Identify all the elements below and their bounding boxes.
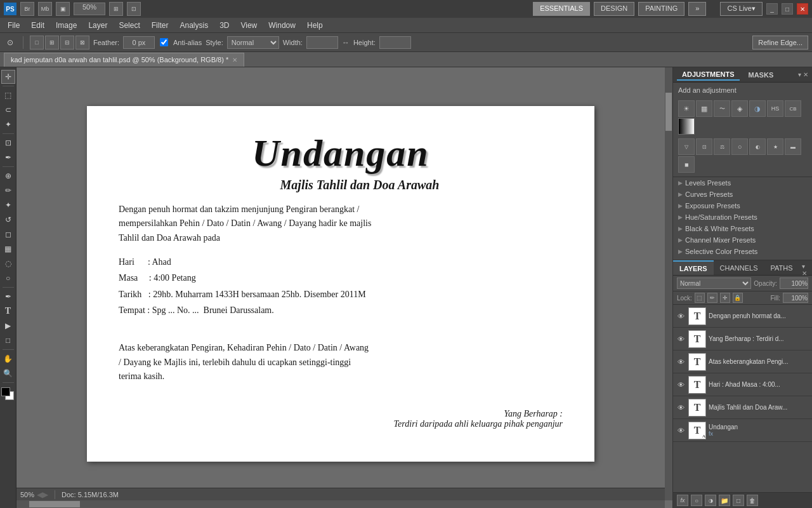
selcolor-icon[interactable]: ◼ bbox=[678, 156, 695, 173]
threshold-icon[interactable]: ★ bbox=[767, 138, 783, 155]
lock-position-btn[interactable]: ✛ bbox=[720, 293, 730, 303]
menu-analysis[interactable]: Analysis bbox=[174, 18, 213, 32]
path-sel-tool[interactable]: ▶ bbox=[1, 319, 15, 333]
preset-bw[interactable]: ▶ Black & White Presets bbox=[673, 223, 812, 234]
scroll-thumb-h[interactable] bbox=[29, 501, 80, 507]
history-brush[interactable]: ↺ bbox=[1, 213, 15, 227]
levels-icon[interactable]: ▦ bbox=[696, 100, 712, 117]
layer-item-0[interactable]: 👁 T Dengan penuh hormat da... bbox=[673, 305, 812, 328]
preset-levels[interactable]: ▶ Levels Presets bbox=[673, 177, 812, 189]
hue-sat-icon[interactable]: HS bbox=[767, 100, 783, 117]
blend-mode-select[interactable]: Normal Multiply Screen bbox=[677, 277, 751, 289]
doc-tab-item[interactable]: kad jemputan d0a arwah dan tahlil.psd @ … bbox=[4, 53, 244, 67]
lock-all-btn[interactable]: 🔒 bbox=[733, 293, 743, 303]
horizontal-scrollbar[interactable] bbox=[16, 500, 665, 508]
magic-wand-tool[interactable]: ✦ bbox=[1, 117, 15, 131]
style-select[interactable]: Normal Fixed Ratio Fixed Size bbox=[227, 36, 279, 49]
minimize-btn[interactable]: _ bbox=[766, 3, 778, 15]
layer-1-visibility[interactable]: 👁 bbox=[676, 334, 686, 344]
antialias-checkbox[interactable] bbox=[160, 38, 168, 46]
menu-layer[interactable]: Layer bbox=[83, 18, 112, 32]
preset-exposure[interactable]: ▶ Exposure Presets bbox=[673, 200, 812, 211]
gradientmap-icon[interactable]: ▬ bbox=[785, 138, 801, 155]
doc-tab-close-btn[interactable]: ✕ bbox=[232, 57, 237, 64]
menu-window[interactable]: Window bbox=[263, 18, 301, 32]
layer-5-visibility[interactable]: 👁 bbox=[676, 425, 686, 436]
lasso-tool[interactable]: ⊂ bbox=[1, 103, 15, 117]
curves-icon[interactable]: 〜 bbox=[714, 100, 730, 117]
layer-item-5[interactable]: 👁 T A Undangan fx bbox=[673, 419, 812, 442]
fg-color-swatch[interactable] bbox=[1, 387, 10, 396]
move-tool[interactable]: ✛ bbox=[1, 70, 15, 84]
layer-item-2[interactable]: 👁 T Atas keberangkatan Pengi... bbox=[673, 351, 812, 373]
menu-help[interactable]: Help bbox=[302, 18, 328, 32]
colorbalance-icon[interactable]: CB bbox=[785, 100, 801, 117]
int-sel-btn[interactable]: ⊠ bbox=[75, 36, 89, 50]
dodge-tool[interactable]: ○ bbox=[1, 271, 15, 285]
maximize-btn[interactable]: □ bbox=[782, 3, 793, 15]
pen-tool[interactable]: ✒ bbox=[1, 290, 15, 304]
channelmixer-icon[interactable]: ⊡ bbox=[696, 138, 712, 155]
bw-icon[interactable]: . bbox=[678, 118, 695, 135]
fill-input[interactable] bbox=[783, 293, 808, 303]
layer-3-visibility[interactable]: 👁 bbox=[676, 380, 686, 390]
sub-sel-btn[interactable]: ⊟ bbox=[60, 36, 74, 50]
menu-image[interactable]: Image bbox=[51, 18, 82, 32]
preset-huesat[interactable]: ▶ Hue/Saturation Presets bbox=[673, 211, 812, 223]
preset-chanmix[interactable]: ▶ Channel Mixer Presets bbox=[673, 234, 812, 246]
menu-filter[interactable]: Filter bbox=[147, 18, 174, 32]
colorlookup-icon[interactable]: ⚖ bbox=[714, 138, 730, 155]
screen-mode-btn[interactable]: ▣ bbox=[56, 2, 70, 16]
view-extras-btn[interactable]: ⊞ bbox=[109, 2, 123, 16]
preset-selcolor[interactable]: ▶ Selective Color Presets bbox=[673, 246, 812, 257]
adj-panel-collapse[interactable]: ▾ ✕ bbox=[798, 71, 808, 78]
new-adj-layer-btn[interactable]: ◑ bbox=[705, 495, 716, 506]
layers-tab[interactable]: LAYERS bbox=[673, 260, 714, 275]
menu-3d[interactable]: 3D bbox=[214, 18, 234, 32]
cslive-btn[interactable]: CS Live▾ bbox=[720, 2, 763, 16]
minibridge-btn[interactable]: Mb bbox=[38, 2, 52, 16]
lock-image-btn[interactable]: ✏ bbox=[707, 293, 717, 303]
layers-panel-collapse[interactable]: ▾ ✕ bbox=[799, 260, 812, 275]
crop-tool[interactable]: ⊡ bbox=[1, 136, 15, 150]
add-mask-btn[interactable]: ○ bbox=[691, 495, 702, 506]
width-input[interactable] bbox=[306, 36, 338, 49]
arrange-btn[interactable]: ⊡ bbox=[127, 2, 141, 16]
layers-list[interactable]: 👁 T Dengan penuh hormat da... 👁 T Yang B… bbox=[673, 305, 812, 492]
layer-2-visibility[interactable]: 👁 bbox=[676, 357, 686, 367]
hand-tool[interactable]: ✋ bbox=[1, 352, 15, 366]
gradient-tool[interactable]: ▦ bbox=[1, 242, 15, 256]
brightness-icon[interactable]: ☀ bbox=[678, 100, 695, 117]
adjustments-tab[interactable]: ADJUSTMENTS bbox=[677, 69, 740, 81]
menu-edit[interactable]: Edit bbox=[26, 18, 49, 32]
canvas-scroll[interactable]: Undangan Majlis Tahlil dan Doa Arawah De… bbox=[16, 67, 665, 500]
height-input[interactable] bbox=[379, 36, 411, 49]
new-layer-btn[interactable]: □ bbox=[733, 495, 744, 506]
delete-layer-btn[interactable]: 🗑 bbox=[747, 495, 758, 506]
design-btn[interactable]: DESIGN bbox=[594, 2, 634, 16]
photofilter-icon[interactable]: ▽ bbox=[678, 138, 695, 155]
menu-select[interactable]: Select bbox=[114, 18, 145, 32]
add-sel-btn[interactable]: ⊞ bbox=[45, 36, 59, 50]
healing-tool[interactable]: ⊕ bbox=[1, 169, 15, 183]
channels-tab[interactable]: CHANNELS bbox=[714, 260, 764, 275]
color-swatch[interactable] bbox=[1, 387, 15, 405]
vertical-scrollbar[interactable] bbox=[665, 67, 672, 500]
bridge-btn[interactable]: Br bbox=[20, 2, 34, 16]
fx-btn[interactable]: fx bbox=[677, 495, 688, 506]
menu-file[interactable]: File bbox=[3, 18, 25, 32]
eyedropper-tool[interactable]: ✒ bbox=[1, 150, 15, 164]
clone-tool[interactable]: ✦ bbox=[1, 198, 15, 212]
marquee-tool[interactable]: ⬚ bbox=[1, 88, 15, 102]
menu-view[interactable]: View bbox=[235, 18, 262, 32]
new-sel-btn[interactable]: □ bbox=[30, 36, 44, 50]
posterize-icon[interactable]: ◐ bbox=[749, 138, 766, 155]
zoom-tool[interactable]: 🔍 bbox=[1, 366, 15, 380]
layer-4-visibility[interactable]: 👁 bbox=[676, 403, 686, 413]
essentials-btn[interactable]: ESSENTIALS bbox=[533, 2, 590, 16]
preset-curves[interactable]: ▶ Curves Presets bbox=[673, 189, 812, 200]
more-workspaces-btn[interactable]: » bbox=[688, 2, 706, 16]
painting-btn[interactable]: PAINTING bbox=[638, 2, 684, 16]
eraser-tool[interactable]: ◻ bbox=[1, 227, 15, 241]
canvas-area[interactable]: Undangan Majlis Tahlil dan Doa Arawah De… bbox=[16, 67, 672, 508]
